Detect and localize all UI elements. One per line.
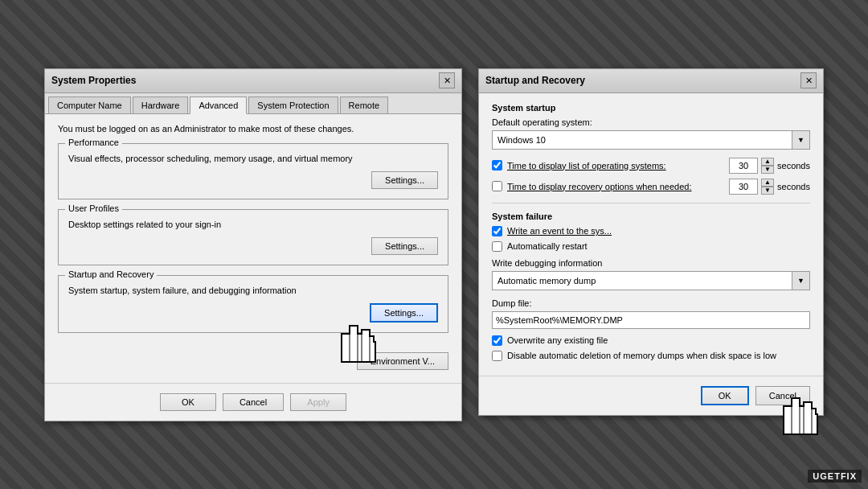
system-failure-section-title: System failure — [492, 212, 810, 221]
default-os-label: Default operating system: — [492, 117, 810, 127]
system-properties-dialog: System Properties ✕ Computer Name Hardwa… — [44, 68, 462, 421]
environment-variables-button[interactable]: Environment V... — [357, 352, 448, 370]
tab-remote[interactable]: Remote — [340, 97, 389, 113]
time-display-spinners: ▲ ▼ — [761, 158, 774, 174]
debugging-dropdown[interactable]: Automatic memory dump ▼ — [492, 271, 810, 290]
recovery-options-checkbox[interactable] — [492, 181, 502, 191]
startup-recovery-description: System startup, system failure, and debu… — [68, 286, 438, 295]
default-os-value: Windows 10 — [493, 134, 792, 146]
disable-autodeletion-label: Disable automatic deletion of memory dum… — [507, 351, 776, 360]
startup-recovery-settings-button[interactable]: Settings... — [370, 303, 438, 323]
recovery-spinners: ▲ ▼ — [761, 179, 774, 195]
user-profiles-group: User Profiles Desktop settings related t… — [58, 209, 448, 265]
startup-recovery-titlebar: Startup and Recovery ✕ — [479, 69, 823, 93]
system-properties-ok-button[interactable]: OK — [160, 393, 216, 411]
watermark: UGETFIX — [808, 470, 862, 483]
auto-restart-row: Automatically restart — [492, 241, 810, 252]
recovery-options-row: Time to display recovery options when ne… — [492, 179, 810, 195]
user-profiles-description: Desktop settings related to your sign-in — [68, 220, 438, 229]
system-properties-tabs: Computer Name Hardware Advanced System P… — [45, 93, 461, 114]
overwrite-label: Overwrite any existing file — [507, 335, 608, 345]
system-properties-close-button[interactable]: ✕ — [439, 72, 455, 88]
recovery-unit: seconds — [777, 182, 810, 191]
overwrite-row: Overwrite any existing file — [492, 335, 810, 346]
system-properties-footer: OK Cancel Apply — [45, 383, 461, 421]
startup-recovery-cancel-button[interactable]: Cancel — [755, 386, 810, 405]
environment-variables-row: Environment V... — [45, 352, 461, 380]
auto-restart-label: Automatically restart — [507, 241, 588, 251]
startup-recovery-close-button[interactable]: ✕ — [800, 72, 817, 88]
tab-system-protection[interactable]: System Protection — [248, 97, 338, 113]
startup-recovery-footer: OK Cancel — [479, 376, 823, 415]
user-profiles-settings-button[interactable]: Settings... — [371, 237, 438, 255]
recovery-increment-button[interactable]: ▲ — [761, 179, 774, 187]
debugging-dropdown-value: Automatic memory dump — [493, 274, 792, 287]
tab-computer-name[interactable]: Computer Name — [48, 97, 131, 113]
write-debugging-label: Write debugging information — [492, 258, 810, 268]
tab-advanced[interactable]: Advanced — [190, 97, 247, 114]
recovery-decrement-button[interactable]: ▼ — [761, 187, 774, 195]
startup-recovery-ok-button[interactable]: OK — [701, 386, 749, 405]
dump-file-input[interactable] — [492, 311, 810, 329]
tab-hardware[interactable]: Hardware — [133, 97, 189, 113]
recovery-value-input[interactable] — [729, 179, 758, 195]
debugging-dropdown-arrow-icon[interactable]: ▼ — [792, 272, 809, 290]
performance-settings-button[interactable]: Settings... — [371, 171, 438, 189]
time-display-spinner: ▲ ▼ seconds — [729, 158, 810, 174]
write-event-row: Write an event to the sys... — [492, 226, 810, 236]
auto-restart-checkbox[interactable] — [492, 241, 502, 252]
time-display-decrement-button[interactable]: ▼ — [761, 166, 774, 174]
recovery-options-label: Time to display recovery options when ne… — [507, 182, 692, 191]
admin-info-text: You must be logged on as an Administrato… — [58, 124, 448, 134]
system-properties-content: You must be logged on as an Administrato… — [45, 114, 461, 352]
system-properties-cancel-button[interactable]: Cancel — [223, 393, 284, 411]
startup-recovery-group: Startup and Recovery System startup, sys… — [58, 275, 448, 333]
default-os-arrow-icon[interactable]: ▼ — [792, 131, 809, 149]
startup-recovery-content: System startup Default operating system:… — [479, 93, 823, 376]
disable-autodeletion-row: Disable automatic deletion of memory dum… — [492, 351, 810, 361]
startup-recovery-dialog: Startup and Recovery ✕ System startup De… — [478, 68, 824, 416]
user-profiles-group-label: User Profiles — [65, 203, 122, 213]
time-display-checkbox[interactable] — [492, 160, 502, 171]
system-properties-titlebar: System Properties ✕ — [45, 69, 461, 93]
performance-group: Performance Visual effects, processor sc… — [58, 143, 448, 199]
time-display-row: Time to display list of operating system… — [492, 158, 810, 174]
write-event-label: Write an event to the sys... — [507, 226, 612, 236]
dump-file-label: Dump file: — [492, 298, 810, 308]
performance-description: Visual effects, processor scheduling, me… — [68, 154, 438, 163]
recovery-spinner: ▲ ▼ seconds — [729, 179, 810, 195]
overwrite-checkbox[interactable] — [492, 335, 502, 346]
time-display-value-input[interactable] — [729, 158, 758, 174]
system-properties-apply-button[interactable]: Apply — [290, 393, 346, 411]
time-display-unit: seconds — [777, 161, 810, 171]
startup-recovery-title: Startup and Recovery — [485, 75, 585, 86]
system-properties-title: System Properties — [51, 75, 136, 86]
performance-group-label: Performance — [65, 138, 122, 147]
section-divider — [492, 203, 810, 203]
write-event-checkbox[interactable] — [492, 226, 502, 236]
startup-recovery-group-label: Startup and Recovery — [65, 269, 157, 279]
default-os-dropdown[interactable]: Windows 10 ▼ — [492, 130, 810, 150]
time-display-increment-button[interactable]: ▲ — [761, 158, 774, 166]
time-display-label: Time to display list of operating system… — [507, 161, 666, 171]
system-startup-section-title: System startup — [492, 103, 810, 113]
disable-autodeletion-checkbox[interactable] — [492, 351, 502, 361]
